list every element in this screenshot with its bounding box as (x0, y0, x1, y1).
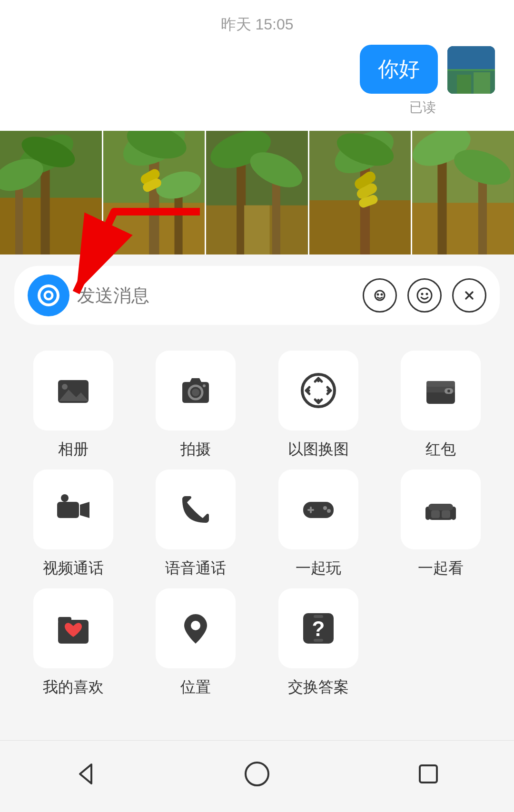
nav-recent-button[interactable] (409, 755, 447, 793)
action-play-together[interactable]: 一起玩 (259, 470, 377, 579)
voice-icon-btn[interactable] (363, 278, 397, 313)
svg-point-59 (203, 384, 206, 387)
svg-rect-38 (412, 203, 514, 254)
sofa-icon (422, 490, 460, 528)
wallet-icon (422, 372, 460, 410)
video-icon (54, 490, 92, 528)
action-watch-together[interactable]: 一起看 (382, 470, 500, 579)
svg-point-58 (192, 389, 199, 396)
close-icon-btn[interactable] (452, 278, 486, 313)
svg-point-82 (191, 621, 200, 630)
camera-icon (36, 283, 61, 308)
image-swap-icon (299, 372, 337, 410)
action-image-swap[interactable]: 以图换图 (259, 351, 377, 460)
svg-point-88 (246, 763, 268, 785)
video-call-label: 视频通话 (43, 558, 104, 579)
time-label: 昨天 15:05 (0, 0, 514, 45)
input-area (0, 254, 514, 336)
camera-label: 拍摄 (180, 439, 211, 460)
red-packet-icon-box (401, 351, 481, 430)
location-icon-box (156, 588, 236, 668)
heart-folder-icon (54, 609, 92, 647)
camera-button[interactable] (28, 274, 69, 316)
voice-call-icon-box (156, 470, 236, 549)
svg-point-55 (62, 384, 68, 390)
play-together-label: 一起玩 (296, 558, 341, 579)
svg-rect-86 (314, 639, 323, 642)
svg-point-50 (421, 293, 424, 295)
watch-together-label: 一起看 (418, 558, 464, 579)
close-icon (461, 287, 478, 304)
back-icon (70, 759, 101, 789)
nav-home-button[interactable] (238, 755, 276, 793)
action-voice-call[interactable]: 语音通话 (137, 470, 255, 579)
input-wrapper (14, 266, 500, 325)
location-icon (177, 609, 215, 647)
photo-3[interactable] (205, 131, 308, 254)
svg-rect-5 (474, 72, 490, 94)
action-location[interactable]: 位置 (137, 588, 255, 698)
action-album[interactable]: 相册 (14, 351, 132, 460)
image-swap-label: 以图换图 (288, 439, 349, 460)
action-exchange-answer[interactable]: ? 交换答案 (259, 588, 377, 698)
play-together-icon-box (278, 470, 358, 549)
svg-rect-65 (426, 381, 455, 387)
svg-rect-39 (438, 149, 447, 254)
svg-rect-79 (428, 504, 453, 510)
svg-point-51 (426, 293, 428, 295)
action-panel: 相册 拍摄 (0, 336, 514, 740)
message-bubble: 你好 (360, 45, 438, 94)
action-camera[interactable]: 拍摄 (137, 351, 255, 460)
album-label: 相册 (58, 439, 89, 460)
photo-1[interactable] (0, 131, 102, 254)
nav-back-button[interactable] (67, 755, 105, 793)
svg-point-45 (45, 292, 52, 299)
svg-text:?: ? (312, 617, 325, 640)
svg-point-64 (447, 390, 450, 392)
camera-icon-box (156, 351, 236, 430)
read-status: 已读 (409, 98, 495, 117)
album-icon-box (33, 351, 113, 430)
game-icon (299, 490, 337, 528)
photo-2[interactable] (102, 131, 205, 254)
photo-5[interactable] (411, 131, 514, 254)
svg-rect-4 (457, 75, 471, 94)
svg-rect-81 (58, 617, 71, 623)
input-icons (363, 278, 486, 313)
message-input[interactable] (77, 285, 355, 306)
svg-marker-87 (80, 764, 91, 783)
action-grid: 相册 拍摄 (14, 351, 500, 698)
phone-icon (177, 490, 215, 528)
svg-point-73 (327, 509, 331, 513)
emoji-icon-btn[interactable] (407, 278, 442, 313)
svg-point-72 (323, 506, 327, 510)
avatar (447, 46, 495, 94)
message-row: 你好 (360, 45, 495, 94)
svg-point-44 (39, 286, 58, 305)
svg-rect-28 (244, 205, 269, 254)
voice-icon (371, 287, 388, 304)
action-video-call[interactable]: 视频通话 (14, 470, 132, 579)
exchange-answer-label: 交换答案 (288, 677, 349, 698)
svg-rect-71 (307, 509, 314, 511)
image-swap-icon-box (278, 351, 358, 430)
svg-point-49 (417, 288, 432, 303)
watch-together-icon-box (401, 470, 481, 549)
action-my-favorites[interactable]: 我的喜欢 (14, 588, 132, 698)
svg-point-47 (377, 293, 379, 296)
camera-shoot-icon (177, 372, 215, 410)
red-packet-label: 红包 (425, 439, 456, 460)
svg-marker-67 (80, 502, 89, 518)
my-favorites-label: 我的喜欢 (43, 677, 104, 698)
location-label: 位置 (180, 677, 211, 698)
question-icon: ? (299, 609, 337, 647)
emoji-icon (416, 287, 433, 304)
album-icon (54, 372, 92, 410)
svg-point-68 (61, 494, 69, 502)
svg-rect-76 (442, 510, 450, 518)
voice-call-label: 语音通话 (165, 558, 226, 579)
exchange-answer-icon-box: ? (278, 588, 358, 668)
photo-4[interactable] (308, 131, 411, 254)
action-red-packet[interactable]: 红包 (382, 351, 500, 460)
svg-rect-75 (431, 510, 440, 518)
